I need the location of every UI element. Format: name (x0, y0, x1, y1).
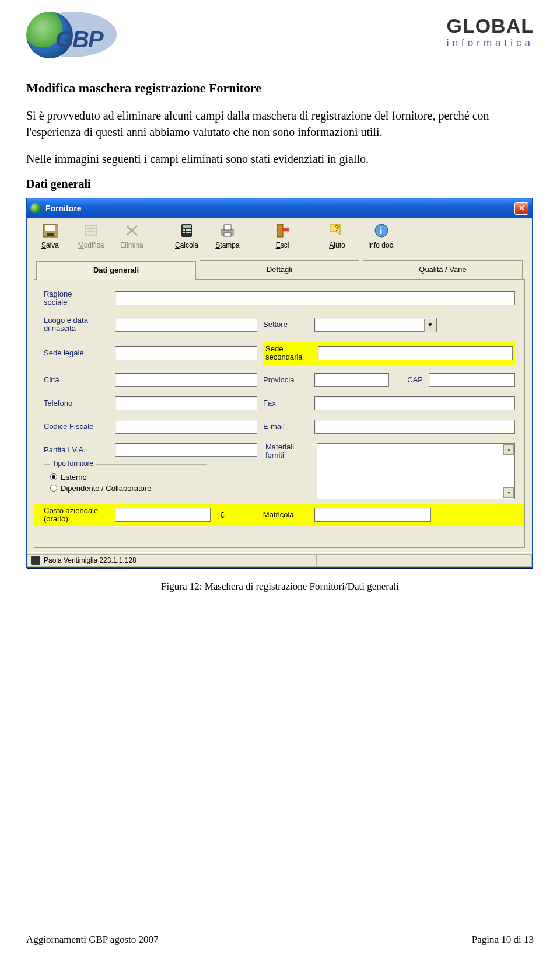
label-citta: Città (44, 376, 109, 384)
svg-rect-13 (183, 232, 185, 233)
close-button[interactable]: ✕ (514, 202, 528, 215)
svg-rect-2 (47, 233, 54, 236)
tab-dettagli[interactable]: Dettagli (200, 260, 359, 279)
window-globe-icon (30, 203, 41, 214)
salva-button[interactable]: Salva (32, 222, 69, 249)
elimina-label: Elimina (113, 241, 150, 249)
page-header: GBP GLOBAL informatica (26, 9, 534, 64)
calcola-button[interactable]: Calcola (168, 222, 205, 249)
label-costo-aziendale: Costo aziendale (orario) (44, 507, 109, 524)
partita-iva-input[interactable] (115, 443, 257, 457)
calculator-icon (177, 222, 197, 239)
label-settore: Settore (263, 320, 309, 329)
matricola-input[interactable] (314, 508, 431, 522)
exit-icon (272, 222, 292, 239)
svg-rect-10 (183, 229, 185, 231)
salva-label: alva (46, 241, 59, 249)
label-euro: € (216, 510, 228, 520)
costo-aziendale-input[interactable] (115, 508, 211, 522)
esci-button[interactable]: Esci (264, 222, 301, 249)
label-sede-legale: Sede legale (44, 349, 109, 357)
label-materiali-forniti: Materiali forniti (265, 443, 311, 499)
help-icon: ? (327, 222, 347, 239)
figure-caption: Figura 12: Maschera di registrazione For… (26, 581, 534, 592)
svg-rect-9 (183, 225, 191, 228)
status-text: Paola Ventimiglia 223.1.1.128 (44, 556, 136, 564)
svg-text:i: i (380, 226, 382, 236)
ragione-sociale-input[interactable] (115, 291, 515, 305)
save-icon (40, 222, 60, 239)
document-paragraph-1: Si è provveduto ad eliminare alcuni camp… (26, 107, 534, 140)
provincia-input[interactable] (314, 373, 389, 387)
label-dipendente: Dipendente / Collaboratore (61, 484, 151, 493)
fax-input[interactable] (314, 396, 515, 410)
label-codice-fiscale: Codice Fiscale (44, 423, 109, 431)
page-footer: Aggiornamenti GBP agosto 2007 Pagina 10 … (26, 934, 534, 946)
stampa-button[interactable]: Stampa (209, 222, 246, 249)
logo-global: GLOBAL informatica (446, 9, 534, 49)
status-bar: Paola Ventimiglia 223.1.1.128 (27, 552, 532, 567)
sede-legale-input[interactable] (115, 346, 257, 360)
label-luogo-data-nascita: Luogo e data di nascita (44, 316, 109, 333)
tabs: Dati generali Dettagli Qualità / Varie (36, 260, 523, 279)
tipo-fornitore-group: Tipo fornitore Esterno Dipendente / Coll… (44, 464, 207, 499)
user-icon (31, 556, 40, 565)
tab-qualita-varie[interactable]: Qualità / Varie (363, 260, 523, 279)
info-doc-button[interactable]: i Info doc. (359, 222, 404, 249)
dialog-titlebar: Fornitore ✕ (27, 198, 532, 218)
telefono-input[interactable] (115, 396, 257, 410)
svg-rect-19 (277, 224, 283, 237)
footer-left: Aggiornamenti GBP agosto 2007 (26, 934, 159, 946)
sede-secondaria-input[interactable] (318, 346, 513, 360)
status-right (316, 554, 532, 567)
svg-rect-18 (224, 233, 231, 236)
label-email: E-mail (263, 423, 309, 431)
svg-rect-1 (46, 225, 55, 231)
email-input[interactable] (314, 420, 515, 434)
fornitore-dialog: Fornitore ✕ Salva Modifica (26, 198, 533, 568)
settore-select[interactable]: ▼ (314, 318, 437, 332)
radio-esterno[interactable]: Esterno (50, 473, 201, 482)
svg-rect-3 (85, 226, 97, 235)
svg-rect-17 (224, 225, 231, 230)
chevron-down-icon: ▼ (424, 319, 436, 332)
cap-input[interactable] (429, 373, 515, 387)
label-partita-iva: Partita I.V.A. (44, 446, 109, 454)
highlighted-costo-row: Costo aziendale (orario) € Matricola (34, 504, 524, 527)
tab-dati-generali[interactable]: Dati generali (36, 261, 196, 280)
document-paragraph-2: Nelle immagini seguenti i campi eliminat… (26, 151, 534, 167)
scroll-up-icon[interactable]: ▴ (503, 444, 514, 455)
label-telefono: Telefono (44, 399, 109, 407)
document-heading: Modifica maschera registrazione Fornitor… (26, 81, 534, 96)
printer-icon (218, 222, 237, 239)
modifica-button[interactable]: Modifica (72, 222, 110, 249)
svg-rect-15 (188, 232, 191, 233)
scroll-down-icon[interactable]: ▾ (503, 487, 514, 498)
close-icon: ✕ (519, 204, 525, 212)
aiuto-button[interactable]: ? Aiuto (318, 222, 356, 249)
codice-fiscale-input[interactable] (115, 420, 257, 434)
label-esterno: Esterno (61, 473, 87, 482)
svg-rect-14 (186, 232, 188, 233)
svg-text:?: ? (334, 224, 340, 233)
svg-rect-12 (188, 229, 191, 231)
citta-input[interactable] (115, 373, 257, 387)
dialog-title: Fornitore (46, 204, 514, 213)
svg-rect-11 (186, 229, 188, 231)
logo-global-line2: informatica (446, 37, 534, 49)
label-cap: CAP (395, 376, 423, 384)
materiali-forniti-textarea[interactable]: ▴ ▾ (317, 443, 515, 499)
radio-dipendente[interactable]: Dipendente / Collaboratore (50, 484, 201, 493)
logo-global-line1: GLOBAL (446, 15, 534, 37)
label-tipo-fornitore: Tipo fornitore (50, 459, 96, 468)
elimina-button[interactable]: Elimina (113, 222, 150, 249)
label-sede-secondaria: Sede secondaria (265, 345, 312, 362)
info-doc-label: Info doc. (359, 241, 404, 249)
radio-icon (50, 473, 57, 480)
label-fax: Fax (263, 399, 309, 407)
toolbar: Salva Modifica Elimina Calcola (27, 218, 532, 252)
logo-gbp-text: GBP (55, 26, 103, 53)
delete-icon (122, 222, 142, 239)
label-ragione-sociale: Ragione sociale (44, 290, 109, 307)
luogo-data-nascita-input[interactable] (115, 318, 257, 332)
